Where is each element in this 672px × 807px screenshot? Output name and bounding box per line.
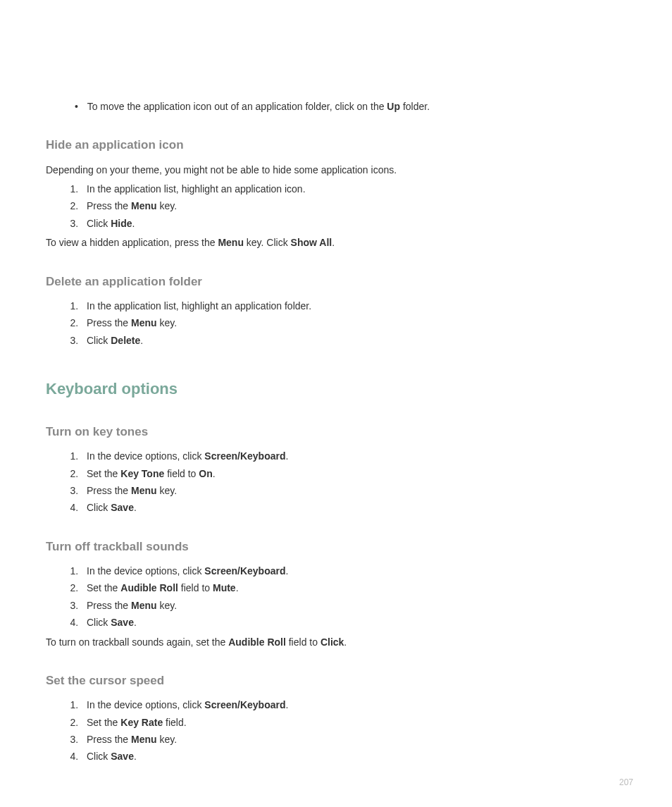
text: .: [285, 450, 288, 462]
step: Set the Key Rate field.: [81, 715, 626, 730]
keytones-heading: Turn on key tones: [46, 422, 626, 441]
text: In the application list, highlight an ap…: [87, 183, 306, 195]
text: .: [213, 468, 216, 479]
bold-text: Show All: [291, 237, 332, 248]
bold-text: Screen/Keyboard: [204, 565, 285, 577]
page-content: To move the application icon out of an a…: [0, 0, 672, 807]
step: Press the Menu key.: [81, 315, 626, 331]
text: Press the: [87, 317, 131, 328]
keyboard-heading: Keyboard options: [46, 376, 626, 401]
bold-text: Menu: [131, 317, 157, 328]
bold-text: Save: [111, 617, 134, 628]
text: .: [285, 565, 288, 577]
step: In the device options, click Screen/Keyb…: [81, 697, 626, 713]
text: Click: [87, 617, 111, 628]
step: Press the Menu key.: [81, 198, 626, 214]
text: .: [140, 335, 143, 346]
keytones-steps: In the device options, click Screen/Keyb…: [46, 448, 626, 516]
bold-text: On: [199, 468, 212, 479]
step: In the device options, click Screen/Keyb…: [81, 448, 626, 464]
step: Click Save.: [81, 615, 626, 630]
text: Click: [87, 218, 111, 229]
step: Click Hide.: [81, 216, 626, 231]
step: In the application list, highlight an ap…: [81, 181, 626, 197]
text: Press the: [87, 200, 131, 211]
page-number: 207: [619, 776, 633, 789]
step: Press the Menu key.: [81, 483, 626, 498]
step: In the device options, click Screen/Keyb…: [81, 563, 626, 579]
top-bullet-item: To move the application icon out of an a…: [85, 99, 626, 114]
step: Set the Audible Roll field to Mute.: [81, 580, 626, 596]
bold-text: Up: [387, 101, 400, 112]
text: Press the: [87, 485, 131, 496]
delete-heading: Delete an application folder: [46, 272, 626, 291]
bold-text: Menu: [218, 237, 244, 248]
text: Click: [87, 502, 111, 513]
text: Press the: [87, 734, 131, 745]
bold-text: Key Tone: [120, 468, 164, 479]
cursor-steps: In the device options, click Screen/Keyb…: [46, 697, 626, 765]
text: key.: [157, 734, 178, 745]
text: field to: [178, 582, 213, 593]
text: Set the: [87, 468, 120, 479]
bold-text: Screen/Keyboard: [204, 699, 285, 710]
step: Click Save.: [81, 500, 626, 515]
text: In the device options, click: [87, 699, 204, 710]
text: To view a hidden application, press the: [46, 237, 218, 248]
text: .: [134, 617, 137, 628]
bold-text: Key Rate: [120, 717, 163, 728]
bold-text: Menu: [131, 734, 157, 745]
text: field.: [163, 717, 186, 728]
text: key. Click: [244, 237, 291, 248]
trackball-heading: Turn off trackball sounds: [46, 537, 626, 556]
bold-text: Menu: [131, 600, 157, 611]
bold-text: Menu: [131, 485, 157, 496]
bold-text: Menu: [131, 200, 157, 211]
top-bullet-list: To move the application icon out of an a…: [46, 99, 626, 114]
text: .: [285, 699, 288, 710]
text: field to: [164, 468, 199, 479]
text: .: [236, 582, 239, 593]
bold-text: Hide: [111, 218, 132, 229]
delete-steps: In the application list, highlight an ap…: [46, 298, 626, 348]
text: .: [344, 636, 347, 648]
text: Click: [87, 751, 111, 762]
text: Set the: [87, 582, 120, 593]
hide-heading: Hide an application icon: [46, 135, 626, 154]
text: key.: [157, 600, 178, 611]
text: .: [332, 237, 335, 248]
step: Click Save.: [81, 749, 626, 764]
bold-text: Save: [111, 751, 134, 762]
bold-text: Click: [321, 636, 344, 648]
bold-text: Mute: [213, 582, 236, 593]
bold-text: Screen/Keyboard: [204, 450, 285, 462]
step: Press the Menu key.: [81, 598, 626, 613]
hide-intro: Depending on your theme, you might not b…: [46, 162, 626, 178]
text: key.: [157, 485, 178, 496]
text: .: [134, 751, 137, 762]
text: In the device options, click: [87, 450, 204, 462]
text: In the device options, click: [87, 565, 204, 577]
text: Click: [87, 335, 111, 346]
step: Click Delete.: [81, 333, 626, 348]
hide-steps: In the application list, highlight an ap…: [46, 181, 626, 231]
step: Press the Menu key.: [81, 732, 626, 747]
text: .: [132, 218, 135, 229]
bold-text: Audible Roll: [120, 582, 178, 593]
text: Press the: [87, 600, 131, 611]
text: To move the application icon out of an a…: [87, 101, 387, 112]
text: To turn on trackball sounds again, set t…: [46, 636, 228, 648]
cursor-heading: Set the cursor speed: [46, 671, 626, 690]
text: key.: [157, 200, 178, 211]
step: Set the Key Tone field to On.: [81, 466, 626, 481]
text: .: [134, 502, 137, 513]
bold-text: Save: [111, 502, 134, 513]
text: Set the: [87, 717, 120, 728]
text: In the application list, highlight an ap…: [87, 300, 311, 312]
bold-text: Audible Roll: [228, 636, 286, 648]
trackball-steps: In the device options, click Screen/Keyb…: [46, 563, 626, 631]
trackball-note: To turn on trackball sounds again, set t…: [46, 634, 626, 650]
text: folder.: [400, 101, 430, 112]
text: field to: [286, 636, 321, 648]
text: key.: [157, 317, 178, 328]
